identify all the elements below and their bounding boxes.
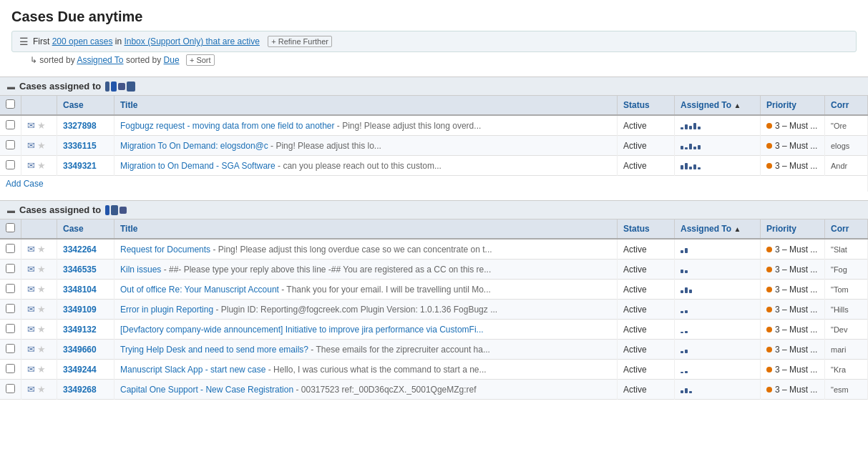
status-badge: Active [618, 239, 675, 260]
star-icon[interactable]: ★ [37, 344, 46, 355]
row-checkbox[interactable] [6, 160, 15, 169]
priority-dot [766, 143, 772, 149]
case-title-link[interactable]: Migration to On Demand - SGA Software [120, 161, 275, 171]
case-number-link[interactable]: 3349321 [63, 161, 97, 171]
assigned-to-sort-link[interactable]: Assigned To [77, 55, 123, 65]
email-icon: ✉ [27, 284, 35, 295]
add-case-link-1[interactable]: Add Case [6, 179, 44, 189]
table-row: ✉ ★3349132[Devfactory company-wide annou… [0, 320, 868, 340]
priority-dot [766, 247, 772, 252]
priority-cell: 3 – Must ... [761, 239, 825, 260]
star-icon[interactable]: ★ [37, 324, 46, 335]
th-status-2[interactable]: Status [618, 219, 675, 239]
correspondent-cell: "Kra [825, 360, 868, 380]
mailbox-link[interactable]: Inbox (Support Only) that are active [124, 36, 259, 46]
correspondent-cell: "Fog [825, 260, 868, 280]
star-icon[interactable]: ★ [37, 120, 46, 131]
case-title-link[interactable]: Trying Help Desk and need to send more e… [120, 345, 308, 355]
row-checkbox[interactable] [6, 344, 15, 353]
row-checkbox[interactable] [6, 384, 15, 393]
star-icon[interactable]: ★ [37, 364, 46, 375]
row-checkbox[interactable] [6, 120, 15, 129]
case-title-link[interactable]: Capital One Support - New Case Registrat… [120, 385, 293, 395]
correspondent-cell: Andr [825, 156, 868, 176]
case-number-link[interactable]: 3348104 [63, 285, 97, 295]
th-check[interactable] [0, 96, 21, 115]
row-checkbox[interactable] [6, 264, 15, 273]
assigned-to-cell [675, 320, 761, 340]
star-icon[interactable]: ★ [37, 284, 46, 295]
case-title-link[interactable]: Fogbugz request - moving data from one f… [120, 121, 335, 131]
star-icon[interactable]: ★ [37, 160, 46, 171]
table-row: ✉ ★3349109Error in plugin Reporting - Pl… [0, 300, 868, 320]
priority-cell: 3 – Must ... [761, 340, 825, 360]
due-sort-link[interactable]: Due [164, 55, 180, 65]
table-row: ✉ ★3342264Request for Documents - Ping! … [0, 239, 868, 260]
row-checkbox[interactable] [6, 324, 15, 333]
priority-dot [766, 387, 772, 393]
th-title-2[interactable]: Title [114, 219, 618, 239]
section1: ▬ Cases assigned to Case Title Status As… [0, 76, 868, 192]
case-number-link[interactable]: 3349244 [63, 365, 97, 375]
star-icon[interactable]: ★ [37, 304, 46, 315]
th-assigned-2[interactable]: Assigned To ▲ [675, 219, 761, 239]
th-priority-2[interactable]: Priority [761, 219, 825, 239]
case-title-desc: - Plugin ID: Reporting@fogcreek.com Plug… [213, 305, 497, 315]
row-checkbox[interactable] [6, 304, 15, 313]
th-case-1[interactable]: Case [57, 96, 114, 115]
case-title-link[interactable]: Kiln issues [120, 265, 161, 275]
case-number-link[interactable]: 3349660 [63, 345, 97, 355]
star-icon[interactable]: ★ [37, 384, 46, 395]
priority-dot [766, 307, 772, 312]
status-badge: Active [618, 360, 675, 380]
star-icon[interactable]: ★ [37, 140, 46, 151]
case-number-link[interactable]: 3336115 [63, 141, 97, 151]
case-number-link[interactable]: 3349132 [63, 325, 97, 335]
th-corr-2[interactable]: Corr [825, 219, 868, 239]
sort-button[interactable]: + Sort [186, 54, 215, 66]
select-all-2[interactable] [6, 223, 15, 232]
case-title-desc: - Hello, I was curious what is the comma… [265, 365, 486, 375]
case-number-link[interactable]: 3349109 [63, 305, 97, 315]
row-checkbox[interactable] [6, 140, 15, 149]
case-title-desc: - ##- Please type your reply above this … [161, 265, 491, 275]
case-number-link[interactable]: 3349268 [63, 385, 97, 395]
refine-button[interactable]: + Refine Further [268, 36, 332, 47]
th-status-1[interactable]: Status [618, 96, 675, 115]
star-icon[interactable]: ★ [37, 244, 46, 255]
case-title-link[interactable]: Out of office Re: Your Manuscript Accoun… [120, 285, 279, 295]
case-number-link[interactable]: 3342264 [63, 245, 97, 255]
correspondent-cell: "Ore [825, 115, 868, 136]
assigned-to-cell [675, 136, 761, 156]
assigned-to-cell [675, 239, 761, 260]
status-badge: Active [618, 340, 675, 360]
row-checkbox[interactable] [6, 284, 15, 293]
case-title-link[interactable]: Error in plugin Reporting [120, 305, 213, 315]
row-checkbox[interactable] [6, 364, 15, 373]
case-title-link[interactable]: Request for Documents [120, 245, 210, 255]
table-row: ✉ ★3349660Trying Help Desk and need to s… [0, 340, 868, 360]
th-corr-1[interactable]: Corr [825, 96, 868, 115]
collapse-icon-1[interactable]: ▬ [7, 82, 15, 91]
case-title-desc: - Ping! Please adjust this lo... [268, 141, 381, 151]
case-title-link[interactable]: Manuscript Slack App - start new case [120, 365, 265, 375]
case-number-link[interactable]: 3346535 [63, 265, 97, 275]
th-check-2[interactable] [0, 219, 21, 239]
case-title-link[interactable]: [Devfactory company-wide announcement] I… [120, 325, 484, 335]
select-all-1[interactable] [6, 99, 15, 109]
count-link[interactable]: 200 open cases [52, 36, 113, 46]
case-number-link[interactable]: 3327898 [63, 121, 97, 131]
star-icon[interactable]: ★ [37, 264, 46, 275]
correspondent-cell: elogs [825, 136, 868, 156]
row-checkbox[interactable] [6, 244, 15, 253]
collapse-icon-2[interactable]: ▬ [7, 206, 15, 214]
case-title-link[interactable]: Migration To On Demand: elogsdon@c [120, 141, 268, 151]
table-row: ✉ ★3346535Kiln issues - ##- Please type … [0, 260, 868, 280]
priority-dot [766, 123, 772, 129]
th-title-1[interactable]: Title [114, 96, 618, 115]
add-case-row-1: Add Case [0, 176, 868, 192]
th-case-2[interactable]: Case [57, 219, 114, 239]
th-assigned-1[interactable]: Assigned To ▲ [675, 96, 761, 115]
th-priority-1[interactable]: Priority [761, 96, 825, 115]
email-icon: ✉ [27, 304, 35, 315]
